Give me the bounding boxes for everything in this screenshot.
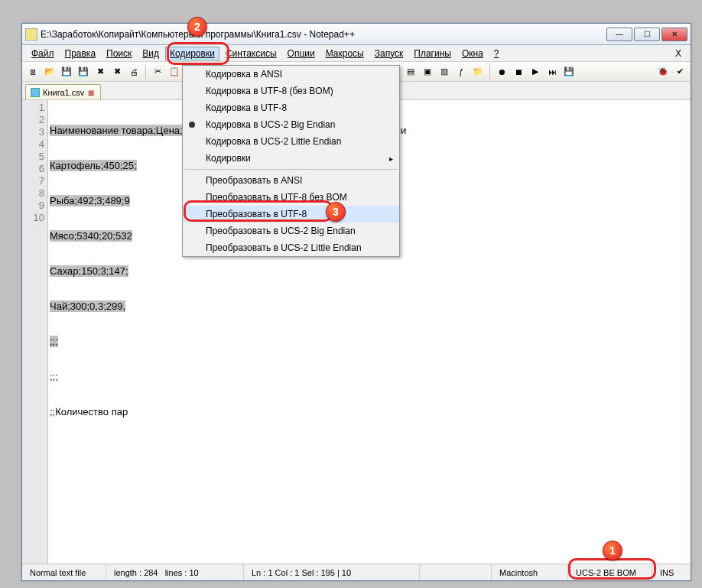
- ud-lang-icon[interactable]: ▣: [420, 64, 435, 80]
- open-file-icon[interactable]: 📂: [42, 64, 57, 80]
- menu-convert-ucs2-le[interactable]: Преобразовать в UCS-2 Little Endian: [183, 239, 399, 256]
- menu-close-doc[interactable]: X: [671, 48, 686, 59]
- menu-encodings-submenu[interactable]: Кодировки: [183, 150, 399, 167]
- status-ins[interactable]: INS: [652, 564, 691, 580]
- indent-guide-icon[interactable]: ▤: [403, 64, 418, 80]
- window-controls: — ☐ ✕: [606, 28, 687, 41]
- menu-run[interactable]: Запуск: [370, 47, 408, 60]
- tab-label: Книга1.csv: [43, 88, 84, 97]
- menu-options[interactable]: Опции: [283, 47, 320, 60]
- line-gutter: 12345 678910: [22, 100, 48, 564]
- tab-close-icon[interactable]: ⦻: [87, 88, 96, 97]
- code-line: Сахар;150;3;147;: [50, 265, 128, 277]
- status-length: length : 284 lines : 10: [106, 564, 244, 580]
- print-icon[interactable]: 🖨: [126, 64, 141, 80]
- code-line: Рыба;492;3;489;9: [50, 195, 130, 206]
- status-encoding[interactable]: UCS-2 BE BOM: [568, 564, 652, 580]
- menu-plugins[interactable]: Плагины: [409, 47, 456, 60]
- macro-stop-icon[interactable]: ⏹: [511, 64, 526, 80]
- encoding-menu: Кодировка в ANSI Кодировка в UTF-8 (без …: [182, 65, 400, 257]
- statusbar: Normal text file length : 284 lines : 10…: [22, 564, 691, 580]
- close-button[interactable]: ✕: [661, 28, 687, 41]
- radio-checked-icon: [189, 122, 195, 128]
- menu-windows[interactable]: Окна: [457, 47, 488, 60]
- code-line: Наименование товара;Цена;;;;;;: [50, 125, 197, 136]
- status-spacer: [420, 564, 492, 580]
- code-line: ;;;: [50, 336, 58, 347]
- status-position: Ln : 1 Col : 1 Sel : 195 | 10: [244, 564, 420, 580]
- macro-save-icon[interactable]: 💾: [561, 64, 577, 80]
- menu-convert-ucs2-be[interactable]: Преобразовать в UCS-2 Big Endian: [183, 223, 399, 239]
- code-line: ;;Количество пар: [50, 406, 128, 417]
- cut-icon[interactable]: ✂: [150, 64, 165, 80]
- macro-play-multi-icon[interactable]: ⏭: [544, 64, 560, 80]
- save-all-icon[interactable]: 💾: [76, 64, 91, 80]
- menu-encode-ucs2-be[interactable]: Кодировка в UCS-2 Big Endian: [183, 116, 399, 133]
- menu-encode-utf8[interactable]: Кодировка в UTF-8: [183, 99, 399, 116]
- minimize-button[interactable]: —: [606, 28, 632, 41]
- code-line: ;;;: [50, 371, 58, 382]
- macro-record-icon[interactable]: ⏺: [494, 64, 509, 80]
- menu-convert-ansi[interactable]: Преобразовать в ANSI: [183, 172, 399, 189]
- close-file-icon[interactable]: ✖: [93, 64, 108, 80]
- menu-help[interactable]: ?: [489, 47, 504, 60]
- menu-separator: [184, 169, 398, 170]
- file-icon: [31, 88, 40, 97]
- copy-icon[interactable]: 📋: [167, 64, 182, 80]
- spellcheck-icon[interactable]: ✔: [672, 64, 687, 80]
- badge-1: 1: [603, 541, 622, 560]
- menu-macros[interactable]: Макросы: [321, 47, 369, 60]
- toolbar-sep: [489, 65, 490, 79]
- tab-file[interactable]: Книга1.csv ⦻: [25, 84, 101, 99]
- menu-encode-ucs2-le[interactable]: Кодировка в UCS-2 Little Endian: [183, 133, 399, 150]
- code-line: Мясо;5340;20;532: [50, 230, 132, 242]
- menu-convert-utf8[interactable]: Преобразовать в UTF-8: [183, 206, 399, 223]
- menubar: Файл Правка Поиск Вид Кодировки Синтакси…: [22, 45, 691, 62]
- menu-view[interactable]: Вид: [138, 47, 164, 60]
- menu-edit[interactable]: Правка: [60, 47, 101, 60]
- menu-search[interactable]: Поиск: [102, 47, 136, 60]
- menu-encode-utf8-nobom[interactable]: Кодировка в UTF-8 (без BOM): [183, 83, 399, 99]
- badge-2: 2: [187, 17, 207, 37]
- close-all-icon[interactable]: ✖: [109, 64, 125, 80]
- func-list-icon[interactable]: ƒ: [453, 64, 469, 80]
- code-line: Чай;300;0,3;299,: [50, 300, 125, 312]
- macro-play-icon[interactable]: ▶: [528, 64, 543, 80]
- window-title: E:\Заработок\Копирайт\Компьютеры и прогр…: [41, 29, 606, 40]
- menu-file[interactable]: Файл: [27, 47, 59, 60]
- code-line: Картофель;450;25;: [50, 160, 137, 171]
- bug-icon[interactable]: 🐞: [655, 64, 671, 80]
- titlebar: E:\Заработок\Копирайт\Компьютеры и прогр…: [22, 24, 691, 45]
- status-filetype: Normal text file: [22, 564, 106, 580]
- toolbar-sep: [145, 65, 146, 79]
- menu-encoding[interactable]: Кодировки: [165, 47, 219, 60]
- menu-encode-ansi[interactable]: Кодировка в ANSI: [183, 66, 399, 83]
- maximize-button[interactable]: ☐: [634, 28, 660, 41]
- status-eol[interactable]: Macintosh: [492, 564, 568, 580]
- badge-3: 3: [326, 202, 346, 222]
- doc-map-icon[interactable]: ▥: [437, 64, 452, 80]
- app-icon: [25, 28, 37, 41]
- new-file-icon[interactable]: 🗎: [25, 64, 41, 80]
- save-icon[interactable]: 💾: [59, 64, 74, 80]
- menu-syntax[interactable]: Синтаксисы: [221, 47, 281, 60]
- folder-workspace-icon[interactable]: 📁: [470, 64, 486, 80]
- menu-convert-utf8-nobom[interactable]: Преобразовать в UTF-8 без BOM: [183, 189, 399, 206]
